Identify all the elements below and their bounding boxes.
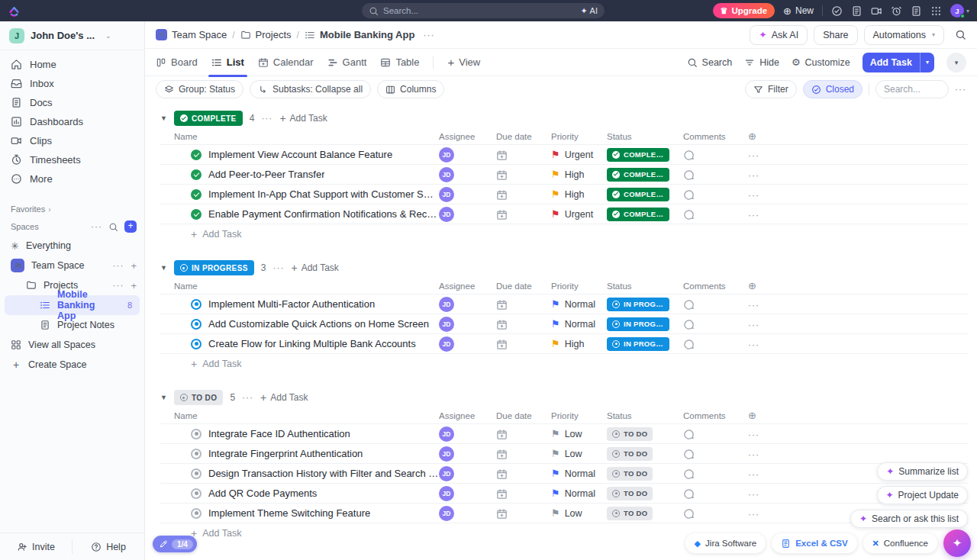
help-button[interactable]: Help xyxy=(73,542,144,552)
assignee-avatar[interactable]: JD xyxy=(439,207,454,222)
task-name[interactable]: Implement View Account Balance Feature xyxy=(208,149,392,160)
column-assignee[interactable]: Assignee xyxy=(439,132,496,141)
breadcrumb-projects[interactable]: Projects xyxy=(240,29,292,40)
global-search-input[interactable] xyxy=(383,6,576,15)
add-task-label[interactable]: Add Task xyxy=(863,53,920,72)
due-date-icon[interactable] xyxy=(496,319,508,330)
row-menu-icon[interactable]: ··· xyxy=(748,150,759,161)
tab-calendar[interactable]: Calendar xyxy=(258,49,314,76)
priority-cell[interactable]: ⚑Normal xyxy=(551,319,607,330)
task-name[interactable]: Enable Payment Confirmation Notification… xyxy=(208,208,439,220)
priority-cell[interactable]: ⚑Low xyxy=(551,508,607,519)
task-name[interactable]: Add QR Code Payments xyxy=(208,488,317,499)
task-todo-icon[interactable] xyxy=(191,488,202,499)
priority-cell[interactable]: ⚑Urgent xyxy=(551,150,607,160)
trial-progress-pill[interactable]: 1/4 xyxy=(153,536,197,552)
tab-board[interactable]: Board xyxy=(156,49,198,76)
sidebar-item-team-space[interactable]: Team Space ···+ xyxy=(0,256,144,275)
column-assignee[interactable]: Assignee xyxy=(439,282,496,291)
status-badge[interactable]: COMPLETE xyxy=(607,208,669,221)
assignee-avatar[interactable]: JD xyxy=(439,317,454,332)
task-complete-icon[interactable] xyxy=(191,189,202,200)
tab-table[interactable]: Table xyxy=(380,49,419,76)
sidebar-item-view-all-spaces[interactable]: View all Spaces xyxy=(0,335,144,355)
closed-pill[interactable]: Closed xyxy=(803,80,863,98)
sidebar-item-project-notes[interactable]: Project Notes xyxy=(0,315,144,335)
add-task-button[interactable]: Add Task ▾ xyxy=(863,53,934,72)
task-todo-icon[interactable] xyxy=(191,508,202,519)
assignee-avatar[interactable]: JD xyxy=(439,486,454,501)
jira-software-button[interactable]: ◆Jira Software xyxy=(685,533,766,553)
task-in-progress-icon[interactable] xyxy=(191,339,202,349)
comments-icon[interactable] xyxy=(683,319,695,330)
sidebar-item-dashboards[interactable]: Dashboards xyxy=(0,112,144,131)
task-complete-icon[interactable] xyxy=(191,209,202,220)
column-name[interactable]: Name xyxy=(174,132,439,141)
group-by-pill[interactable]: Group: Status xyxy=(156,80,243,98)
sidebar-item-home[interactable]: Home xyxy=(0,55,144,74)
space-menu-icon[interactable]: ··· xyxy=(112,260,124,271)
row-menu-icon[interactable]: ··· xyxy=(748,170,759,181)
assignee-avatar[interactable]: JD xyxy=(439,466,454,481)
apps-grid-icon[interactable] xyxy=(930,5,942,17)
comments-icon[interactable] xyxy=(683,429,695,440)
task-row[interactable]: Design Transaction History with Filter a… xyxy=(160,464,968,484)
column-status[interactable]: Status xyxy=(607,411,683,420)
status-badge[interactable]: TO DO xyxy=(607,427,653,441)
spaces-menu-icon[interactable]: ··· xyxy=(91,221,102,232)
breadcrumb-current-list[interactable]: Mobile Banking App xyxy=(305,29,414,40)
due-date-icon[interactable] xyxy=(496,299,508,311)
task-name[interactable]: Create Flow for Linking Multiple Bank Ac… xyxy=(208,338,416,349)
task-todo-icon[interactable] xyxy=(191,429,202,439)
spaces-search-icon[interactable] xyxy=(108,222,118,232)
task-complete-icon[interactable] xyxy=(191,169,202,180)
column-status[interactable]: Status xyxy=(607,132,683,141)
task-row[interactable]: Enable Payment Confirmation Notification… xyxy=(160,204,968,224)
due-date-icon[interactable] xyxy=(496,488,508,500)
collapse-group-icon[interactable]: ▼ xyxy=(160,394,167,401)
group-menu-icon[interactable]: ··· xyxy=(272,262,284,273)
column-due-date[interactable]: Due date xyxy=(496,411,551,420)
automations-button[interactable]: Automations▾ xyxy=(864,25,945,45)
priority-cell[interactable]: ⚑Low xyxy=(551,429,607,439)
ask-ai-button[interactable]: ✦Ask AI xyxy=(750,25,808,45)
comments-icon[interactable] xyxy=(683,508,695,520)
column-due-date[interactable]: Due date xyxy=(496,282,551,291)
task-name[interactable]: Implement In-App Chat Support with Custo… xyxy=(208,188,439,200)
row-menu-icon[interactable]: ··· xyxy=(748,320,759,330)
task-in-progress-icon[interactable] xyxy=(191,319,202,330)
global-search[interactable]: ✦AI xyxy=(362,3,605,18)
priority-cell[interactable]: ⚑Low xyxy=(551,449,607,459)
column-comments[interactable]: Comments xyxy=(683,132,748,141)
assignee-avatar[interactable]: JD xyxy=(439,187,454,202)
add-column-icon[interactable]: ⊕ xyxy=(748,130,756,142)
columns-pill[interactable]: Columns xyxy=(377,80,444,98)
due-date-icon[interactable] xyxy=(496,429,508,440)
header-search-icon[interactable] xyxy=(955,29,966,40)
task-row[interactable]: Implement In-App Chat Support with Custo… xyxy=(160,185,968,204)
status-badge[interactable]: IN PROGRESS xyxy=(607,317,669,331)
task-row[interactable]: Integrate Face ID Authentication JD ⚑Low… xyxy=(160,424,968,444)
confluence-button[interactable]: ✕Confluence xyxy=(863,533,937,553)
doc-icon[interactable] xyxy=(911,5,922,17)
status-badge[interactable]: TO DO xyxy=(607,487,653,500)
group-menu-icon[interactable]: ··· xyxy=(242,392,253,403)
column-comments[interactable]: Comments xyxy=(683,282,748,291)
comments-icon[interactable] xyxy=(683,339,695,350)
assignee-avatar[interactable]: JD xyxy=(439,426,454,442)
project-update-button[interactable]: ✦Project Update xyxy=(877,486,968,504)
task-row[interactable]: Implement View Account Balance Feature J… xyxy=(160,145,968,165)
add-space-button[interactable]: + xyxy=(124,220,137,233)
account-menu[interactable]: J ▾ xyxy=(950,4,969,18)
priority-cell[interactable]: ⚑Urgent xyxy=(551,209,607,220)
new-button[interactable]: ⊕New xyxy=(783,5,814,16)
sidebar-item-mobile-banking-app[interactable]: Mobile Banking App 8 xyxy=(5,295,140,315)
column-name[interactable]: Name xyxy=(174,282,439,291)
task-name[interactable]: Add Customizable Quick Actions on Home S… xyxy=(208,318,429,330)
task-row[interactable]: Add Peer-to-Peer Transfer JD ⚑High COMPL… xyxy=(160,165,968,185)
comments-icon[interactable] xyxy=(683,449,695,460)
task-name[interactable]: Integrate Fingerprint Authentication xyxy=(208,448,363,459)
assignee-avatar[interactable]: JD xyxy=(439,167,454,182)
row-menu-icon[interactable]: ··· xyxy=(748,489,759,500)
task-row[interactable]: Integrate Fingerprint Authentication JD … xyxy=(160,444,968,464)
